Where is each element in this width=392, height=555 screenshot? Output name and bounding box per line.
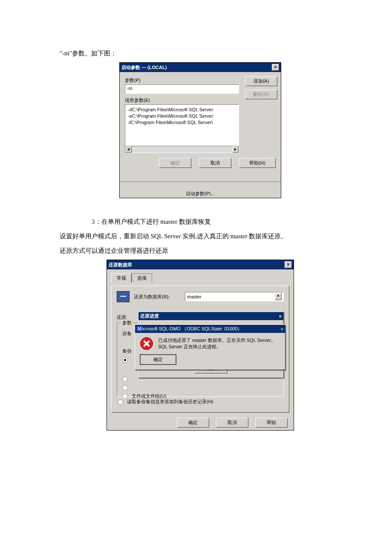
restore-as-label: 还原为数据库(R):	[134, 294, 181, 300]
device-label: 设备	[122, 330, 132, 337]
param-label: 参数(P)	[125, 76, 239, 84]
body-text: 设置好单用户模式后，重新启动 SQL Server 实例,进入真正的 maste…	[60, 230, 341, 243]
scroll-right-icon[interactable]: ►	[232, 146, 239, 153]
backup-label: 备份	[122, 348, 132, 354]
close-icon[interactable]: ×	[285, 261, 292, 268]
tab-general[interactable]: 常规	[111, 273, 132, 283]
sql-dmo-messagebox: Microsoft SQL-DMO （ODBC SQLState: 01000）…	[135, 324, 285, 370]
help-button[interactable]: 帮助	[255, 418, 288, 428]
radio-read-backupset[interactable]	[118, 399, 123, 405]
tab-options[interactable]: 选项	[132, 273, 152, 283]
general-panel: 还原为数据库(R): master ▼ 还原:	[111, 286, 289, 413]
scroll-left-icon[interactable]: ◄	[125, 146, 132, 153]
add-button[interactable]: 添加(A)	[245, 76, 277, 86]
close-icon[interactable]: ×	[279, 314, 282, 319]
messagebox-title: Microsoft SQL-DMO （ODBC SQLState: 01000）	[137, 326, 242, 332]
dialog-title: 启动参数 — (LOCAL)	[121, 64, 167, 71]
list-item[interactable]: -dC:\Program Files\Microsoft SQL Server	[128, 107, 235, 113]
radio-option[interactable]	[122, 385, 128, 390]
existing-params-label: 现有参数(E)	[125, 96, 239, 104]
filegroup-label: 文件或文件组(U)	[132, 393, 166, 399]
body-text: 还原方式可以通过企业管理器进行还原	[60, 244, 341, 257]
messagebox-text: 已成功地还原了 master 数据库。正在关闭 SQL Server。SQL S…	[158, 337, 280, 350]
error-icon	[140, 337, 153, 350]
dialog-title: 还原数据库	[109, 262, 132, 268]
ok-button[interactable]: 确定	[159, 158, 191, 168]
radio-option[interactable]	[122, 376, 128, 382]
list-item[interactable]: -lC:\Program Files\Microsoft SQL Server\	[128, 119, 235, 126]
cancel-button[interactable]: 取消	[199, 158, 231, 168]
restore-as-dropdown[interactable]: master ▼	[185, 292, 284, 301]
existing-params-listbox[interactable]: -dC:\Program Files\Microsoft SQL Server …	[125, 104, 239, 153]
chevron-down-icon[interactable]: ▼	[275, 293, 282, 300]
remove-button[interactable]: 删除(R)	[245, 90, 277, 99]
cancel-button[interactable]: 取消	[216, 418, 248, 428]
messagebox-ok-button[interactable]: 确定	[140, 355, 176, 364]
list-item[interactable]: -eC:\Program Files\Microsoft SQL Server	[128, 113, 235, 119]
step-heading: 3：在单用户模式下进行 master 数据库恢复	[60, 215, 341, 228]
startup-params-dialog: 启动参数 — (LOCAL) × 参数(P) -m 现有参数(E) -dC:\	[119, 62, 281, 198]
horizontal-scrollbar[interactable]: ◄ ►	[125, 146, 239, 153]
help-button[interactable]: 帮助(H)	[239, 158, 276, 168]
param-input[interactable]: -m	[125, 84, 239, 94]
params-legend: 参数	[121, 320, 133, 326]
ok-button[interactable]: 确定	[177, 418, 209, 428]
intro-text: "-m"参数。如下图：	[60, 47, 341, 60]
close-icon[interactable]: ×	[272, 64, 279, 71]
radio-filegroup[interactable]	[122, 393, 128, 399]
database-icon	[117, 291, 130, 302]
restore-database-dialog: 还原数据库 × 常规 选项 还原为数据库(R): master ▼	[107, 260, 294, 431]
startup-params-link[interactable]: 启动参数(P)...	[186, 190, 215, 197]
progress-title: 还原进度	[140, 313, 159, 319]
radio-option[interactable]	[122, 357, 128, 363]
close-icon[interactable]: ×	[281, 327, 283, 332]
